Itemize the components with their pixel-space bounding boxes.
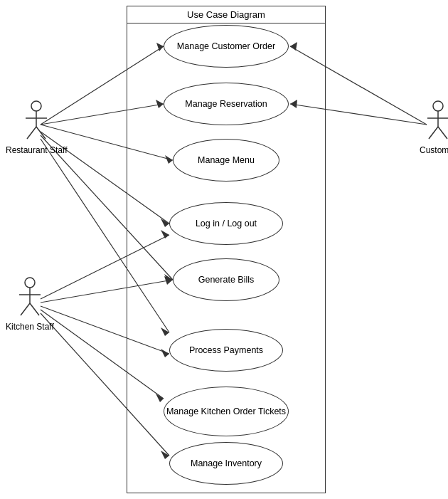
svg-point-31 (25, 278, 35, 288)
usecase-process-payments: Process Payments (169, 329, 283, 372)
svg-point-26 (31, 101, 41, 111)
actor-restaurant-staff: Restaurant Staff (6, 100, 68, 155)
usecase-login-logout: Log in / Log out (169, 202, 283, 245)
svg-line-35 (30, 303, 39, 315)
usecase-manage-menu: Manage Menu (173, 139, 279, 182)
svg-line-40 (438, 127, 447, 139)
diagram-title: Use Case Diagram (127, 6, 325, 23)
customer-figure (426, 100, 448, 142)
customer-label: Customer (420, 145, 448, 155)
restaurant-staff-label: Restaurant Staff (6, 145, 68, 155)
restaurant-staff-figure (24, 100, 48, 142)
actor-kitchen-staff: Kitchen Staff (6, 276, 54, 332)
usecase-manage-customer-order: Manage Customer Order (164, 25, 289, 68)
usecase-generate-bills: Generate Bills (173, 258, 279, 301)
usecase-manage-kitchen-order-tickets: Manage Kitchen Order Tickets (164, 387, 289, 436)
usecase-manage-reservation: Manage Reservation (164, 83, 289, 125)
svg-line-34 (21, 303, 30, 315)
actor-customer: Customer (420, 100, 448, 155)
kitchen-staff-label: Kitchen Staff (6, 322, 54, 332)
svg-line-29 (27, 127, 36, 139)
svg-point-36 (433, 101, 443, 111)
svg-line-30 (36, 127, 46, 139)
usecase-manage-inventory: Manage Inventory (169, 442, 283, 485)
kitchen-staff-figure (18, 276, 42, 319)
diagram-container: Use Case Diagram (0, 0, 448, 499)
svg-line-39 (429, 127, 438, 139)
